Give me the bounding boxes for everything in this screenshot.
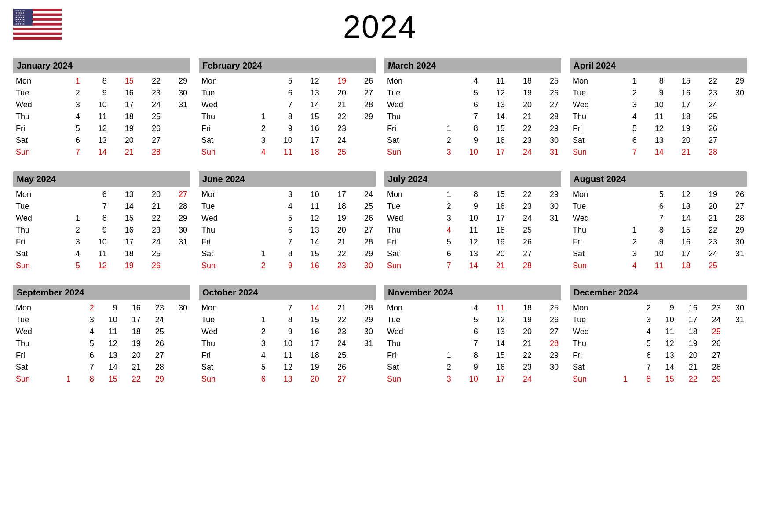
day-cell: 6 — [454, 326, 481, 338]
day-label: Sun — [384, 373, 427, 385]
day-cell: 11 — [639, 111, 666, 123]
day-cell — [534, 373, 561, 385]
day-label: Sun — [570, 373, 607, 385]
month-header-9: September 2024 — [13, 285, 190, 300]
table-row: Sun6132027 — [199, 373, 376, 385]
day-cell: 18 — [666, 260, 693, 272]
day-cell: 4 — [427, 224, 454, 236]
day-cell: 2 — [613, 236, 639, 248]
svg-rect-10 — [13, 33, 62, 35]
table-row: Wed7142128 — [199, 99, 376, 111]
day-cell: 16 — [677, 302, 700, 314]
day-cell: 13 — [268, 373, 295, 385]
month-header-8: August 2024 — [570, 171, 747, 187]
table-row: Sat4111825 — [13, 248, 190, 260]
day-cell: 30 — [349, 326, 376, 338]
day-cell — [613, 200, 639, 212]
day-cell: 24 — [508, 373, 534, 385]
table-row: Thu18152229 — [570, 224, 747, 236]
day-cell: 21 — [322, 99, 349, 111]
day-cell: 16 — [666, 236, 693, 248]
day-cell: 7 — [268, 302, 295, 314]
day-cell: 3 — [427, 146, 454, 158]
month-block-9: September 2024Mon29162330Tue3101724Wed41… — [13, 285, 190, 385]
day-cell: 4 — [268, 200, 295, 212]
day-cell: 26 — [508, 236, 534, 248]
table-row: Sun3101724 — [384, 373, 561, 385]
day-label: Tue — [13, 87, 56, 99]
day-cell: 25 — [693, 111, 720, 123]
day-cell: 19 — [481, 236, 508, 248]
day-cell — [163, 123, 190, 135]
day-cell: 29 — [163, 75, 190, 87]
day-cell: 29 — [720, 75, 747, 87]
day-label: Tue — [384, 200, 427, 212]
day-cell — [534, 248, 561, 260]
table-row: Thu310172431 — [199, 338, 376, 350]
day-label: Sat — [13, 361, 50, 373]
month-table-3: Mon4111825Tue5121926Wed6132027Thu7142128… — [384, 75, 561, 158]
day-cell: 16 — [120, 302, 143, 314]
day-cell: 20 — [677, 350, 700, 361]
month-header-5: May 2024 — [13, 171, 190, 187]
day-cell: 25 — [534, 302, 561, 314]
day-label: Tue — [570, 314, 607, 326]
day-cell — [50, 350, 73, 361]
day-cell: 6 — [427, 248, 454, 260]
day-cell: 20 — [666, 135, 693, 146]
day-cell: 6 — [73, 350, 97, 361]
day-cell — [427, 75, 454, 87]
day-cell: 22 — [120, 373, 143, 385]
month-header-2: February 2024 — [199, 58, 376, 73]
day-cell: 16 — [481, 361, 508, 373]
day-cell: 9 — [268, 123, 295, 135]
day-cell: 4 — [613, 260, 639, 272]
day-label: Mon — [13, 75, 56, 87]
day-cell: 22 — [322, 111, 349, 123]
day-cell — [241, 224, 268, 236]
day-cell: 21 — [110, 146, 136, 158]
day-cell — [241, 236, 268, 248]
day-cell: 22 — [508, 189, 534, 200]
day-cell: 12 — [97, 338, 120, 350]
day-cell: 1 — [241, 111, 268, 123]
day-cell — [167, 361, 190, 373]
day-cell: 10 — [454, 146, 481, 158]
day-cell: 8 — [454, 350, 481, 361]
table-row: Tue5121926 — [384, 314, 561, 326]
day-cell: 17 — [677, 314, 700, 326]
day-cell: 31 — [534, 212, 561, 224]
day-cell — [723, 326, 747, 338]
day-cell: 20 — [120, 350, 143, 361]
day-cell: 22 — [322, 314, 349, 326]
day-cell: 17 — [666, 99, 693, 111]
day-cell — [607, 350, 630, 361]
day-cell — [613, 212, 639, 224]
day-cell: 7 — [613, 146, 639, 158]
day-cell: 30 — [163, 87, 190, 99]
day-cell: 24 — [136, 99, 163, 111]
day-cell: 21 — [666, 146, 693, 158]
table-row: Wed4111825 — [13, 326, 190, 338]
day-cell: 16 — [295, 326, 322, 338]
day-cell: 25 — [322, 146, 349, 158]
day-label: Sat — [384, 361, 427, 373]
day-cell: 27 — [534, 326, 561, 338]
day-cell: 23 — [143, 302, 167, 314]
day-cell — [720, 146, 747, 158]
day-cell: 29 — [349, 248, 376, 260]
day-label: Sat — [570, 135, 613, 146]
table-row: Tue6132027 — [199, 87, 376, 99]
day-cell: 26 — [534, 87, 561, 99]
day-label: Thu — [570, 224, 613, 236]
day-cell: 4 — [630, 326, 654, 338]
day-cell — [349, 123, 376, 135]
year-title: 2024 — [343, 9, 417, 45]
table-row: Thu5121926 — [570, 338, 747, 350]
day-cell — [720, 123, 747, 135]
day-cell: 5 — [454, 314, 481, 326]
day-cell: 11 — [83, 248, 110, 260]
day-label: Mon — [384, 302, 427, 314]
table-row: Wed3101724 — [570, 99, 747, 111]
table-row: Sat5121926 — [199, 361, 376, 373]
